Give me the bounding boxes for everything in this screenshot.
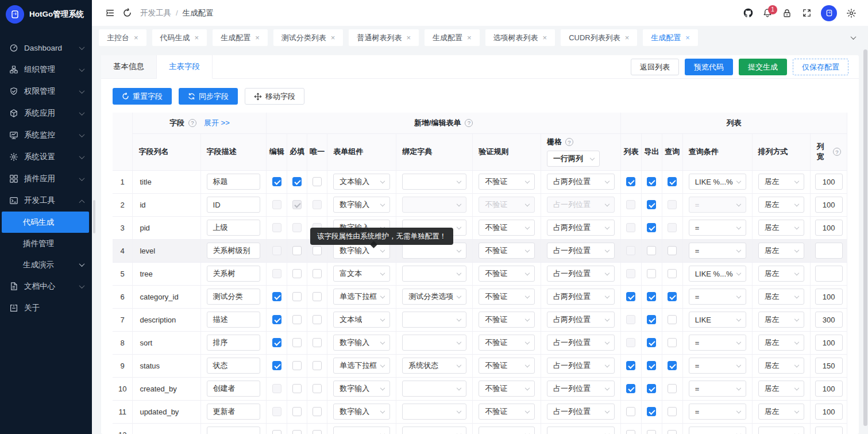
query-checkbox[interactable] (668, 269, 677, 278)
bind-dict-select[interactable] (402, 243, 466, 259)
validate-rule-select[interactable]: 不验证 (479, 266, 535, 282)
list-checkbox[interactable] (626, 361, 635, 370)
nav-tab[interactable]: 代码生成× (152, 29, 207, 46)
bind-dict-select[interactable] (402, 266, 466, 282)
close-tab-icon[interactable]: × (467, 33, 472, 42)
lock-screen-icon[interactable] (778, 5, 796, 22)
close-tab-icon[interactable]: × (543, 33, 547, 42)
nav-tab[interactable]: 生成配置× (425, 29, 480, 46)
export-checkbox[interactable] (647, 177, 656, 186)
unique-checkbox[interactable] (313, 177, 322, 186)
edit-checkbox[interactable] (272, 292, 281, 301)
nav-tab[interactable]: 普通树表列表× (349, 29, 419, 46)
help-icon[interactable]: ? (565, 138, 573, 146)
tab-main-fields[interactable]: 主表字段 (157, 55, 213, 79)
validate-rule-select[interactable]: 不验证 (479, 220, 535, 236)
required-checkbox[interactable] (292, 430, 302, 434)
field-desc-input[interactable] (207, 427, 261, 434)
field-desc-input[interactable]: 关系树级别 (207, 243, 261, 259)
align-select[interactable]: 居左 (758, 266, 805, 282)
align-select[interactable]: 居左 (758, 220, 805, 236)
bind-dict-select[interactable] (402, 427, 466, 434)
validate-rule-select[interactable]: 不验证 (479, 404, 535, 420)
align-select[interactable]: 居左 (758, 335, 805, 351)
grid-default-select[interactable]: 一行两列 (547, 151, 600, 167)
user-avatar[interactable] (821, 5, 837, 21)
query-cond-select[interactable]: LIKE (689, 312, 746, 328)
align-select[interactable]: 居左 (758, 197, 805, 213)
unique-checkbox[interactable] (313, 384, 322, 393)
bind-dict-select[interactable] (402, 335, 466, 351)
required-checkbox[interactable] (292, 384, 302, 393)
grid-position-select[interactable]: 占一列位置 (547, 243, 615, 259)
field-desc-input[interactable]: 更新者 (207, 404, 261, 420)
column-width-input[interactable]: 150 (815, 358, 843, 374)
unique-checkbox[interactable] (313, 361, 322, 370)
query-checkbox[interactable] (668, 407, 677, 416)
submit-generate-button[interactable]: 提交生成 (739, 59, 787, 75)
list-checkbox[interactable] (626, 292, 635, 301)
align-select[interactable] (758, 427, 805, 434)
form-component-select[interactable]: 数字输入 (333, 404, 390, 420)
form-component-select[interactable]: 数字输入 (333, 197, 390, 213)
sidebar-item-settings[interactable]: 系统设置 (0, 146, 92, 168)
reset-fields-button[interactable]: 重置字段 (113, 88, 172, 105)
column-width-input[interactable] (815, 266, 843, 282)
nav-tab[interactable]: 主控台× (99, 29, 146, 46)
export-checkbox[interactable] (647, 200, 656, 209)
unique-checkbox[interactable] (313, 292, 322, 301)
sidebar-item-devtools[interactable]: 开发工具 (0, 190, 92, 212)
grid-position-select[interactable]: 占两列位置 (547, 220, 615, 236)
grid-position-select[interactable] (547, 427, 615, 434)
query-cond-select[interactable] (689, 427, 746, 434)
grid-position-select[interactable]: 占两列位置 (547, 289, 615, 305)
edit-checkbox[interactable] (272, 361, 281, 370)
sidebar-item-monitor[interactable]: 系统监控 (0, 124, 92, 146)
form-component-select[interactable]: 文本域 (333, 312, 390, 328)
field-desc-input[interactable]: 测试分类 (207, 289, 261, 305)
column-width-input[interactable]: 100 (815, 174, 843, 190)
settings-gear-icon[interactable] (843, 5, 860, 22)
column-width-input[interactable]: 100 (815, 289, 843, 305)
required-checkbox[interactable] (292, 338, 302, 347)
close-tab-icon[interactable]: × (406, 33, 411, 42)
bind-dict-select[interactable]: 系统状态 (402, 358, 466, 374)
app-logo[interactable]: HotGo管理系统 (0, 0, 92, 29)
query-checkbox[interactable] (668, 315, 677, 324)
notifications-bell-icon[interactable]: 1 (759, 5, 776, 22)
save-config-only-button[interactable]: 仅保存配置 (793, 59, 848, 75)
align-select[interactable]: 居左 (758, 312, 805, 328)
unique-checkbox[interactable] (313, 269, 322, 278)
grid-position-select[interactable]: 占一列位置 (547, 381, 615, 397)
validate-rule-select[interactable]: 不验证 (479, 174, 535, 190)
align-select[interactable]: 居左 (758, 404, 805, 420)
bind-dict-select[interactable] (402, 312, 466, 328)
field-desc-input[interactable]: 上级 (207, 220, 261, 236)
align-select[interactable]: 居左 (758, 381, 805, 397)
sidebar-item-docs[interactable]: 文档中心 (0, 275, 92, 297)
column-width-input[interactable]: 100 (815, 197, 843, 213)
query-cond-select[interactable]: = (689, 335, 746, 351)
query-checkbox[interactable] (668, 361, 677, 370)
query-cond-select[interactable]: = (689, 243, 746, 259)
export-checkbox[interactable] (647, 223, 656, 232)
grid-position-select[interactable]: 占一列位置 (547, 266, 615, 282)
field-desc-input[interactable]: 描述 (207, 312, 261, 328)
required-checkbox[interactable] (292, 177, 302, 186)
nav-tab[interactable]: 选项树表列表× (485, 29, 555, 46)
align-select[interactable]: 居左 (758, 174, 805, 190)
breadcrumb-section[interactable]: 开发工具 (140, 8, 171, 18)
column-width-input[interactable]: 100 (815, 220, 843, 236)
validate-rule-select[interactable]: 不验证 (479, 243, 535, 259)
query-checkbox[interactable] (668, 177, 677, 186)
query-checkbox[interactable] (668, 338, 677, 347)
help-icon[interactable]: ? (833, 148, 841, 156)
list-checkbox[interactable] (626, 384, 635, 393)
edit-checkbox[interactable] (272, 177, 281, 186)
move-fields-button[interactable]: 移动字段 (245, 88, 304, 105)
align-select[interactable]: 居左 (758, 243, 805, 259)
form-component-select[interactable]: 富文本 (333, 266, 390, 282)
query-cond-select[interactable]: LIKE %...% (689, 266, 746, 282)
close-tab-icon[interactable]: × (134, 33, 138, 42)
align-select[interactable]: 居左 (758, 289, 805, 305)
